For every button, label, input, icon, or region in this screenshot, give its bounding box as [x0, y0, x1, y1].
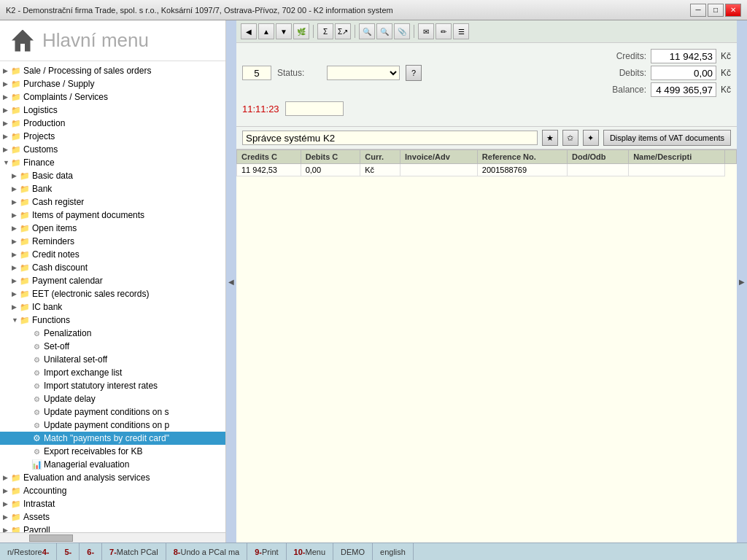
sidebar-item-matchpayments[interactable]: ⚙ Match "payments by credit card" — [0, 432, 225, 445]
sidebar-item-exportreceivables[interactable]: ⚙ Export receivables for KB — [0, 445, 225, 458]
sidebar-item-unilateral[interactable]: ⚙ Unilateral set-off — [0, 353, 225, 366]
star3-button[interactable]: ✦ — [583, 130, 599, 146]
expand-arrow[interactable]: ▶ — [3, 80, 10, 88]
sidebar-item-logistics[interactable]: ▶ 📁 Logistics — [0, 104, 225, 117]
sidebar-item-eet[interactable]: ▶ 📁 EET (electronic sales records) — [0, 287, 225, 300]
sidebar-item-openitems[interactable]: ▶ 📁 Open items — [0, 222, 225, 235]
sidebar-item-functions[interactable]: ▼ 📁 Functions — [0, 314, 225, 327]
sidebar-item-accounting[interactable]: ▶ 📁 Accounting — [0, 484, 225, 497]
expand-arrow[interactable]: ▶ — [3, 120, 10, 127]
status-5[interactable]: 5- — [57, 543, 80, 560]
home-icon[interactable] — [12, 30, 34, 52]
sidebar-item-updatepayment2[interactable]: ⚙ Update payment conditions on p — [0, 419, 225, 432]
sidebar-item-bank[interactable]: ▶ 📁 Bank — [0, 182, 225, 195]
status-select[interactable] — [327, 66, 400, 80]
status-10[interactable]: 10-Menu — [287, 543, 333, 560]
attach-button[interactable]: 📎 — [394, 23, 410, 39]
sidebar-item-cashregister[interactable]: ▶ 📁 Cash register — [0, 195, 225, 209]
data-table[interactable]: Credits C Debits C Curr. Invoice/Adv Ref… — [236, 149, 737, 542]
sidebar-item-sale[interactable]: ▶ 📁 Sale / Processing of sales orders — [0, 64, 225, 77]
sidebar-item-intrastat[interactable]: ▶ 📁 Intrastat — [0, 497, 225, 510]
expand-arrow[interactable]: ▶ — [3, 526, 10, 532]
status-info-button[interactable]: ? — [406, 65, 422, 81]
sidebar-item-updatedelay[interactable]: ⚙ Update delay — [0, 392, 225, 405]
debits-value[interactable] — [651, 66, 716, 80]
sidebar-item-payroll[interactable]: ▶ 📁 Payroll — [0, 524, 225, 532]
expand-arrow[interactable]: ▶ — [3, 67, 10, 74]
manager-input[interactable] — [242, 131, 538, 145]
expand-arrow[interactable]: ▶ — [3, 474, 10, 481]
sidebar-item-paymentcal[interactable]: ▶ 📁 Payment calendar — [0, 274, 225, 287]
status-8[interactable]: 8-Undo a PCal ma — [166, 543, 248, 560]
menu-button[interactable]: ☰ — [453, 23, 469, 39]
expand-arrow[interactable]: ▶ — [12, 225, 19, 232]
minimize-button[interactable]: ─ — [690, 4, 706, 17]
record-number[interactable] — [242, 66, 271, 80]
sidebar-item-basicdata[interactable]: ▶ 📁 Basic data — [0, 169, 225, 182]
sidebar-item-reminders[interactable]: ▶ 📁 Reminders — [0, 235, 225, 248]
sum-button[interactable]: Σ — [317, 23, 333, 39]
expand-arrow[interactable]: ▶ — [3, 106, 10, 114]
nav-arrow-right[interactable]: ▶ — [737, 20, 747, 542]
back-button[interactable]: ◀ — [241, 23, 257, 39]
star-button[interactable]: ★ — [542, 130, 558, 146]
maximize-button[interactable]: □ — [708, 4, 724, 17]
sidebar-item-importexchange[interactable]: ⚙ Import exchange list — [0, 366, 225, 379]
expand-arrow[interactable]: ▶ — [12, 290, 19, 298]
status-restore[interactable]: n/Restore 4- — [0, 543, 57, 560]
horizontal-scrollbar[interactable] — [0, 532, 225, 542]
sidebar-item-purchase[interactable]: ▶ 📁 Purchase / Supply — [0, 77, 225, 90]
expand-arrow[interactable]: ▶ — [12, 264, 19, 271]
expand-arrow[interactable]: ▶ — [12, 251, 19, 258]
expand-arrow[interactable]: ▶ — [12, 185, 19, 192]
sidebar-item-setoff[interactable]: ⚙ Set-off — [0, 340, 225, 353]
expand-arrow[interactable]: ▶ — [12, 172, 19, 179]
expand-arrow[interactable]: ▶ — [3, 513, 10, 521]
sidebar-item-itemspayment[interactable]: ▶ 📁 Items of payment documents — [0, 209, 225, 222]
down-button[interactable]: ▼ — [276, 23, 292, 39]
expand-arrow[interactable]: ▶ — [12, 277, 19, 284]
sidebar-item-icbank[interactable]: ▶ 📁 IC bank — [0, 300, 225, 314]
filter-button[interactable]: 🌿 — [293, 23, 309, 39]
expand-arrow[interactable]: ▼ — [12, 316, 19, 324]
export-button[interactable]: Σ↗ — [335, 23, 351, 39]
balance-value[interactable] — [651, 82, 716, 97]
star2-button[interactable]: ✩ — [562, 130, 578, 146]
search-button[interactable]: 🔍 — [359, 23, 375, 39]
expand-arrow[interactable]: ▶ — [12, 211, 19, 219]
close-button[interactable]: ✕ — [725, 4, 741, 17]
sidebar-item-projects[interactable]: ▶ 📁 Projects — [0, 130, 225, 143]
find-button[interactable]: 🔍 — [376, 23, 392, 39]
expand-arrow[interactable]: ▶ — [3, 487, 10, 494]
expand-arrow[interactable]: ▶ — [3, 133, 10, 140]
expand-arrow[interactable]: ▶ — [3, 500, 10, 508]
sidebar-item-assets[interactable]: ▶ 📁 Assets — [0, 510, 225, 524]
extra-input[interactable] — [285, 101, 344, 116]
sidebar-item-customs[interactable]: ▶ 📁 Customs — [0, 143, 225, 156]
expand-arrow[interactable]: ▶ — [3, 93, 10, 101]
up-button[interactable]: ▲ — [258, 23, 274, 39]
sidebar-item-creditnotes[interactable]: ▶ 📁 Credit notes — [0, 248, 225, 261]
credits-value[interactable] — [651, 49, 716, 63]
nav-arrow-left[interactable]: ◀ — [226, 20, 236, 542]
sidebar-item-importstatutory[interactable]: ⚙ Import statutory interest rates — [0, 379, 225, 392]
sidebar-item-production[interactable]: ▶ 📁 Production — [0, 117, 225, 130]
table-row[interactable]: 11 942,53 0,00 Kč 2001588769 — [237, 164, 737, 176]
expand-arrow[interactable]: ▶ — [12, 238, 19, 245]
sidebar-item-complaints[interactable]: ▶ 📁 Complaints / Services — [0, 90, 225, 104]
status-9[interactable]: 9-Print — [247, 543, 286, 560]
mail-button[interactable]: ✉ — [418, 23, 434, 39]
status-6[interactable]: 6- — [80, 543, 102, 560]
tree-container[interactable]: ▶ 📁 Sale / Processing of sales orders ▶ … — [0, 61, 225, 532]
expand-arrow[interactable]: ▶ — [12, 198, 19, 206]
expand-arrow[interactable]: ▶ — [12, 303, 19, 311]
sidebar-item-evaluation[interactable]: ▶ 📁 Evaluation and analysis services — [0, 471, 225, 484]
sidebar-item-managerial[interactable]: 📊 Managerial evaluation — [0, 458, 225, 471]
sidebar-item-updatepayment1[interactable]: ⚙ Update payment conditions on s — [0, 405, 225, 419]
status-7[interactable]: 7-Match PCal — [102, 543, 166, 560]
expand-arrow[interactable]: ▼ — [3, 159, 10, 166]
sidebar-item-penalization[interactable]: ⚙ Penalization — [0, 327, 225, 340]
sidebar-item-finance[interactable]: ▼ 📁 Finance — [0, 156, 225, 169]
vat-documents-button[interactable]: Display items of VAT documents — [603, 130, 731, 146]
expand-arrow[interactable]: ▶ — [3, 146, 10, 153]
